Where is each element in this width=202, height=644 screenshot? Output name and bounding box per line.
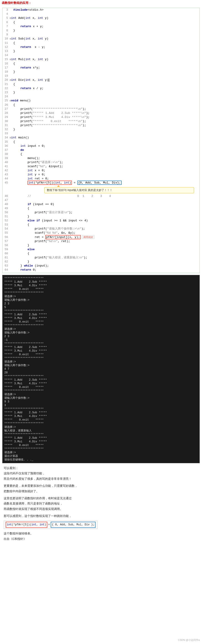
commentary-jump-table: 这个数组叫做转移表。 出自《C和指针》: [4, 531, 198, 542]
line-content: printf("************************\n");: [10, 124, 198, 128]
line-content: ⊟int Sub(int x, int y): [10, 37, 198, 41]
terminal-line: ************************: [4, 407, 198, 411]
inline-code-highlight-blue: { 0, Add, Sub, Mul, Div };: [51, 522, 95, 528]
line-content: {: [10, 206, 198, 210]
line-number: 11: [4, 41, 10, 45]
line-content: printf("***** 1.Add 2.Sub *****\n");: [10, 111, 198, 115]
code-section: 3 #include<stdio.h> 4 5 ⊟int Add(int x, …: [2, 8, 200, 273]
line-content: {: [10, 82, 198, 86]
line-number: 63: [4, 264, 10, 268]
line-content: int ret = 0;: [10, 177, 198, 181]
code-line: 23 }: [4, 90, 198, 94]
line-content: printf("输入错误，请重新输入\n");: [10, 256, 198, 260]
page-container: 函数指针数组的应用： 3 #include<stdio.h> 4 5 ⊟int …: [0, 0, 202, 644]
line-content: menu();: [10, 156, 198, 160]
line-number: 6: [4, 20, 10, 24]
terminal-line: ***** 3.Mui 4.Div *****: [4, 316, 198, 320]
line-number: 14: [4, 53, 10, 58]
terminal-line: ***** 0.exit *****: [4, 353, 198, 356]
terminal-line: 5: [4, 306, 198, 309]
terminal-line: 请输入两个操作数:>: [4, 298, 198, 302]
terminal-line: ************************: [4, 309, 198, 313]
code-line: 57 printf("%d\n", ret);: [4, 239, 198, 244]
line-number: 26: [4, 103, 10, 107]
line-number: 56: [4, 235, 10, 239]
line-number: 29: [4, 115, 10, 119]
code-line: 28 printf("***** 1.Add 2.Sub *****\n");: [4, 111, 198, 115]
terminal-line: ************************: [4, 422, 198, 425]
terminal-line: 4 7: [4, 367, 198, 371]
line-content: return x + y;: [10, 24, 198, 28]
code-line: 31 printf("************************\n");: [4, 124, 198, 128]
line-content: }: [10, 244, 198, 248]
code-line: 58 }: [4, 244, 198, 248]
line-content: ⊟int Mul(int x, int y): [10, 58, 198, 62]
code-line: 43 int y = 0;: [4, 173, 198, 177]
line-content: printf("%d\n", ret);: [10, 239, 198, 244]
code-line: 15 ⊟int Mul(int x, int y): [4, 58, 198, 62]
array-annotation-bubble: 数组下标 恰好与 input输入值对应 真的是太妙了！！！: [44, 187, 194, 193]
code-line: 18 }: [4, 70, 198, 74]
terminal-line: 请选择:>: [4, 451, 198, 454]
annotation-container: [12, 185, 198, 187]
code-line: 11 {: [4, 41, 198, 45]
code-block: 3 #include<stdio.h> 4 5 ⊟int Add(int x, …: [3, 8, 199, 273]
line-number: 25: [4, 99, 10, 103]
code-line: 10 ⊟int Sub(int x, int y): [4, 37, 198, 41]
line-number: 27: [4, 107, 10, 111]
line-number: 31: [4, 124, 10, 128]
line-number: 43: [4, 173, 10, 177]
terminal-line: 2 3: [4, 334, 198, 338]
line-content: int input = 0;: [10, 144, 198, 148]
line-content: {: [10, 140, 198, 144]
terminal-line: 请输入两个操作数:>: [4, 331, 198, 334]
line-number: 28: [4, 111, 10, 115]
code-line: 37 do: [4, 148, 198, 152]
code-line: 42 int x = 0;: [4, 168, 198, 173]
code-line: 35 {: [4, 140, 198, 144]
code-line: 39 menu();: [4, 156, 198, 160]
code-line: 25 ⊟void menu(): [4, 99, 198, 103]
terminal-line: ***** 3.Mui 4.Div *****: [4, 414, 198, 418]
line-number: 40: [4, 160, 10, 164]
code-line: 46 // 0 1 2 3 4: [4, 194, 198, 198]
terminal-line: ************************: [4, 374, 198, 378]
code-line: 8 }: [4, 28, 198, 33]
code-line: 13 }: [4, 49, 198, 53]
terminal-line: ***** 0.exit *****: [4, 444, 198, 447]
annotation-text: 数组下标 恰好与 input输入值对应 真的是太妙了！！！: [47, 188, 112, 192]
line-number: 12: [4, 45, 10, 49]
line-number: 44: [4, 177, 10, 181]
line-number: 61: [4, 256, 10, 260]
line-content: printf("***** 0.exit *****\n");: [10, 119, 198, 124]
line-number: 32: [4, 128, 10, 132]
terminal-line: ************************: [4, 432, 198, 436]
code-line: 41 scanf("%d", &input);: [4, 164, 198, 168]
terminal-line: ************************: [4, 356, 198, 360]
line-number: 3: [4, 8, 10, 12]
terminal-line: 28: [4, 371, 198, 374]
terminal-line: ***** 1.Add 2.Sub *****: [4, 346, 198, 349]
line-content: int y = 0;: [10, 173, 198, 177]
commentary-para3: 更重要的是，未来需要添加什么功能，只需要写好函数， 把数组中内容增加就好了。: [4, 483, 198, 494]
code-line: 22 return x / y;: [4, 86, 198, 90]
code-line: 21 {: [4, 82, 198, 86]
line-number: 46: [4, 194, 10, 198]
terminal-section: ************************ ***** 1.Add 2.S…: [2, 275, 200, 463]
line-number: 37: [4, 148, 10, 152]
terminal-line: 请输入两个操作数:>: [4, 364, 198, 367]
terminal-line: 请选择:>: [4, 327, 198, 331]
terminal-line: 2 3: [4, 302, 198, 306]
line-number: 10: [4, 37, 10, 41]
code-line: 12 return x - y;: [4, 45, 198, 49]
code-line: 61 printf("输入错误，请重新输入\n");: [4, 256, 198, 260]
line-content: printf("请选择:>\n");: [10, 160, 198, 164]
code-line: 53 {: [4, 223, 198, 227]
watermark: CSDN @小边同学a: [178, 638, 200, 642]
code-line: 33: [4, 132, 198, 136]
code-line: 14: [4, 53, 198, 58]
code-line: 4: [4, 12, 198, 16]
code-line: 63 } while (input);: [4, 264, 198, 268]
line-number: 23: [4, 90, 10, 94]
line-content: #include<stdio.h>: [10, 8, 198, 12]
